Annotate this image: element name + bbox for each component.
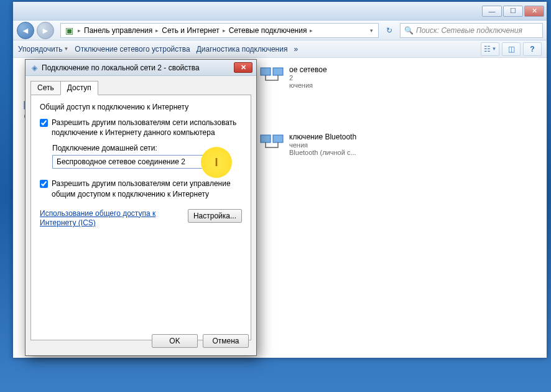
refresh-button[interactable]: ↻	[382, 24, 396, 37]
connection-device: Bluetooth (личной с...	[289, 149, 356, 156]
minimize-button[interactable]: —	[482, 6, 502, 17]
cancel-button[interactable]: Отмена	[203, 334, 249, 348]
connection-item[interactable]: ключение Bluetooth чения Bluetooth (личн…	[257, 130, 431, 159]
connection-status: 2	[289, 74, 327, 82]
tab-network[interactable]: Сеть	[30, 81, 61, 95]
home-connection-combo[interactable]: Беспроводное сетевое соединение 2 I	[52, 155, 226, 169]
breadcrumb-item[interactable]: Панель управления	[83, 26, 154, 35]
explorer-toolbar: Упорядочить▼ Отключение сетевого устройс…	[13, 40, 547, 58]
connection-title: ключение Bluetooth	[289, 133, 356, 141]
combo-value: Беспроводное сетевое соединение 2	[57, 157, 185, 166]
chevron-right-icon: ▸	[76, 27, 83, 34]
network-connection-icon	[259, 65, 284, 88]
chevron-right-icon: ▸	[221, 27, 228, 34]
organize-menu[interactable]: Упорядочить▼	[18, 45, 68, 54]
group-title: Общий доступ к подключению к Интернету	[40, 103, 242, 111]
preview-pane-button[interactable]: ◫	[502, 42, 521, 56]
help-button[interactable]: ?	[523, 42, 542, 56]
ics-help-link[interactable]: Использование общего доступа к Интернету…	[40, 209, 155, 228]
forward-button[interactable]: ►	[37, 22, 54, 39]
ok-button[interactable]: OK	[152, 334, 198, 348]
search-input[interactable]: 🔍 Поиск: Сетевые подключения	[400, 23, 543, 38]
dialog-title: Подключение по локальной сети 2 - свойст…	[42, 63, 234, 72]
view-options-button[interactable]: ☷ ▼	[481, 42, 499, 56]
search-placeholder: Поиск: Сетевые подключения	[416, 26, 522, 35]
diagnose-button[interactable]: Диагностика подключения	[197, 45, 288, 54]
dialog-titlebar: ◈ Подключение по локальной сети 2 - свой…	[25, 60, 256, 76]
properties-dialog: ◈ Подключение по локальной сети 2 - свой…	[25, 59, 257, 356]
chevron-right-icon: ▸	[308, 27, 315, 34]
connection-item[interactable]: ое сетевое 2 ючения	[257, 63, 431, 91]
explorer-titlebar: — ☐ ✕	[13, 2, 547, 21]
connection-status: чения	[289, 141, 356, 149]
connection-device: ючения	[289, 82, 327, 89]
chevron-down-icon[interactable]: ▾	[368, 27, 376, 34]
allow-control-label: Разрешить другим пользователям сети упра…	[52, 179, 242, 198]
allow-control-checkbox[interactable]	[40, 180, 48, 188]
svg-rect-0	[261, 68, 271, 75]
network-icon: ◈	[29, 63, 39, 73]
search-icon: 🔍	[404, 26, 414, 35]
disable-device-button[interactable]: Отключение сетевого устройства	[75, 45, 190, 54]
maximize-button[interactable]: ☐	[503, 6, 523, 17]
allow-sharing-checkbox[interactable]	[40, 119, 48, 127]
allow-sharing-label: Разрешить другим пользователям сети испо…	[52, 118, 242, 138]
close-button[interactable]: ✕	[524, 6, 544, 17]
address-bar[interactable]: ▣ ▸ Панель управления ▸ Сеть и Интернет …	[60, 23, 379, 38]
control-panel-icon: ▣	[63, 25, 75, 36]
back-button[interactable]: ◄	[17, 22, 34, 39]
explorer-navbar: ◄ ► ▣ ▸ Панель управления ▸ Сеть и Интер…	[13, 21, 547, 40]
network-connection-icon	[259, 133, 284, 155]
svg-rect-5	[261, 135, 271, 142]
settings-button[interactable]: Настройка...	[188, 209, 242, 223]
toolbar-overflow[interactable]: »	[294, 45, 298, 54]
dialog-close-button[interactable]: ✕	[234, 62, 252, 73]
chevron-right-icon: ▸	[154, 27, 160, 34]
home-connection-label: Подключение домашней сети:	[52, 144, 242, 152]
tab-sharing[interactable]: Доступ	[60, 81, 98, 95]
breadcrumb-item[interactable]: Сетевые подключения	[228, 26, 308, 35]
breadcrumb-item[interactable]: Сеть и Интернет	[160, 26, 220, 35]
svg-rect-1	[273, 68, 283, 75]
connection-title: ое сетевое	[289, 65, 327, 74]
svg-rect-6	[273, 135, 283, 142]
tab-panel-sharing: Общий доступ к подключению к Интернету Р…	[30, 95, 251, 340]
